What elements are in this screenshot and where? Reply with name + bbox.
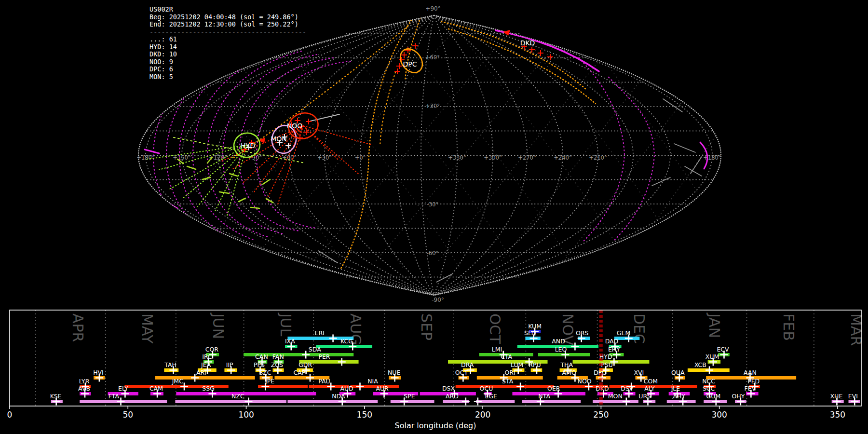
month-label: SEP [418,313,435,340]
shower-label: IRC [202,353,212,360]
meteor-segment [685,166,702,176]
radiant-label: NOO [287,122,303,130]
shower-peak-marker [623,398,630,406]
shower-label: DAD [605,338,619,345]
shower-peak-marker [306,374,314,382]
stats-line: HYD: 14 [149,43,306,51]
shower-label: KCG [340,338,353,345]
shower-label: ORS [576,329,589,337]
shower-peak-marker [474,398,482,406]
shower-label: FED [747,378,760,385]
shower-label: GUM [706,393,721,400]
longitude-label: +210° [589,154,607,161]
shower-bar [155,376,255,380]
axis-tick-label: 300 [711,410,727,420]
shower-label: XCB [694,361,706,368]
axis-tick-label: 150 [357,410,372,420]
month-label: MAY [139,313,156,344]
stats-line: DKD: 10 [149,51,306,58]
shower-label: TAH [164,361,176,368]
shower-label: OCT [455,369,468,376]
shower-bar [287,400,378,403]
grid-diagonal [656,43,802,270]
meteor-segment [251,207,259,208]
shower-peak-marker [329,335,337,342]
axis-tick-label: 200 [475,410,490,420]
stats-line: DPC: 6 [149,66,306,73]
meteor-segment [203,177,210,179]
meteor-segment [266,199,273,203]
shower-label: MON [608,393,623,400]
shower-label: NIA [367,378,378,385]
meteor-segment [691,157,702,174]
month-label: JAN [706,312,723,338]
shower-label: XVI [634,369,644,376]
magenta-arc [163,200,177,208]
shower-label: JEA [201,361,211,368]
longitude-label: +180° [136,154,154,161]
shower-label: DRA [461,361,474,368]
shower-label: CAP [294,369,306,376]
orange-trail [441,22,586,89]
noo-detection-marker [306,119,312,124]
shower-label: ALY [644,385,655,392]
longitude-label: +270° [518,154,536,161]
shower-bar [456,385,554,388]
dkd-detection-marker [538,50,543,56]
shower-label: XUM [705,353,719,360]
magenta-trail [223,54,317,234]
stats-line: ...: 61 [149,36,306,43]
shower-label: PSU [601,361,613,368]
shower-label: AHY [673,393,685,400]
longitude-label: +0° [355,154,366,161]
shower-label: URS [638,393,651,400]
shower-label: RPU [529,361,541,368]
meteor-segment [436,274,452,282]
shower-label: HYD [599,353,612,360]
meteor-segment [263,179,270,184]
shower-label: HVI [93,369,104,376]
shower-label: GDR [298,361,312,368]
grid-diagonal [564,34,736,260]
shower-label: CAM [149,385,163,392]
radiant-label: MON [271,135,287,143]
stats-line: ---------------------------------------- [149,28,306,36]
axis-tick-label: 50 [122,410,133,420]
stats-line: NOO: 9 [149,58,306,66]
shower-label: LUM [511,361,523,368]
axis-tick-label: 250 [593,410,609,420]
magenta-arc [145,149,159,153]
longitude-label: +240° [554,154,571,161]
shower-label: DSX [442,385,455,392]
stats-line: Beg: 20251202 04:00:48 (sol = 249.86°) [149,14,306,21]
radiant-map-and-activity-chart: +90°-90°+180°+150°+120°+90°+60°+30°+0°+3… [0,0,868,434]
longitude-label: +30° [317,154,332,161]
shower-label: NOO [578,378,592,385]
shower-label: PPS [254,361,265,368]
dpc-detection-marker [405,47,411,53]
red-trail [303,126,371,145]
shower-label: ERI [314,329,324,337]
grid-diagonal [280,43,461,270]
meteor-segment [239,198,245,202]
shower-peak-marker [244,398,252,406]
dkd-detection-marker [529,47,535,53]
radiant-label: DKD [520,39,535,47]
shower-label: OHY [732,393,745,400]
shower-label: ORI [504,369,515,376]
meteor-segment [187,166,196,169]
stats-line: MON: 5 [149,73,306,81]
shower-label: EGE [485,393,498,400]
stats-line: End: 20251202 12:30:00 (sol = 250.22°) [149,21,306,28]
month-label: APR [69,313,86,342]
shower-label: LMI [492,346,502,353]
screenshot-stage: US002RBeg: 20251202 04:00:48 (sol = 249.… [0,0,868,434]
longitude-label: +330° [448,154,466,161]
activity-timeline-chart: APRMAYJUNJULAUGSEPOCTNOVDECJANFEBMARKUME… [7,310,865,430]
shower-label: AND [552,338,565,345]
longitude-label: +180° [703,154,721,161]
pole-label-south: -90° [432,297,444,303]
shower-label: JMC [172,378,183,385]
shower-bar [316,345,372,348]
shower-label: LYR [79,378,90,385]
